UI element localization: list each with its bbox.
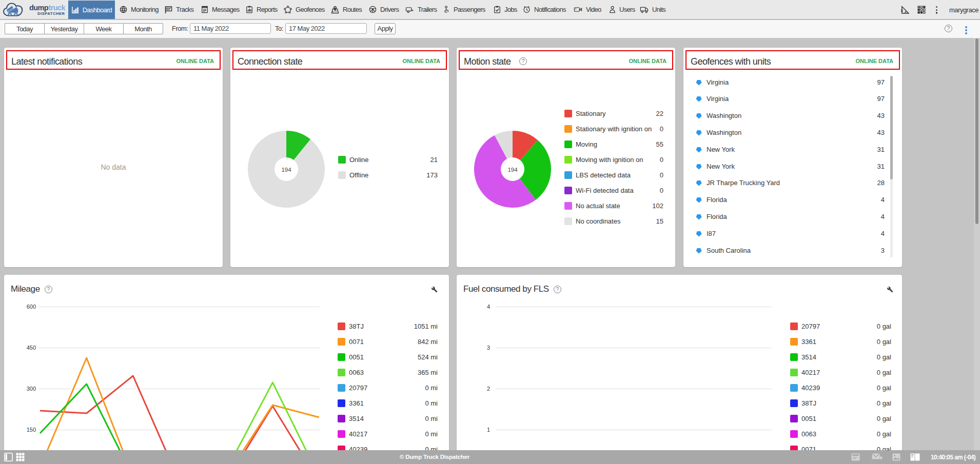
svg-text:150: 150	[27, 427, 36, 433]
svg-text:194: 194	[281, 167, 291, 173]
svg-text:4: 4	[487, 304, 490, 310]
svg-text:truck: truck	[49, 4, 66, 12]
svg-text:2: 2	[487, 386, 490, 392]
svg-text:450: 450	[27, 345, 36, 351]
svg-text:3: 3	[487, 345, 490, 351]
svg-text:dump: dump	[29, 4, 49, 12]
svg-text:DISPATCHER: DISPATCHER	[37, 11, 65, 16]
svg-text:194: 194	[507, 167, 518, 173]
svg-text:1: 1	[487, 427, 490, 433]
svg-text:300: 300	[27, 386, 36, 392]
svg-text:600: 600	[27, 304, 36, 310]
